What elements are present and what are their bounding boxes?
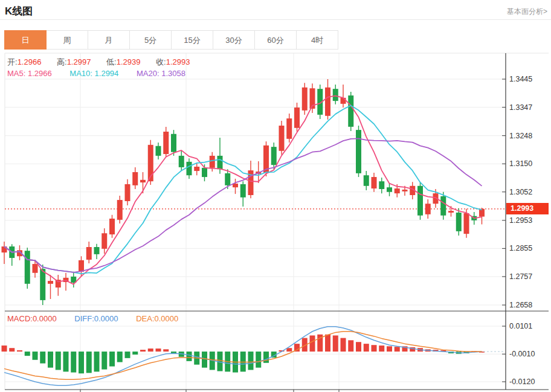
macd-axis-label: -0.0010: [509, 350, 548, 358]
ma10-legend: MA10: 1.2994: [69, 69, 118, 78]
price-axis-label: 1.3052: [509, 188, 548, 196]
macd-axis-label: -0.0120: [509, 378, 548, 386]
price-axis-label: 1.3248: [509, 132, 548, 140]
kline-page: K线图 基本面分析> 日 周 月 5分 15分 30分 60分 4时 开:1.2…: [0, 0, 551, 392]
high-label: 高:: [57, 57, 67, 66]
dea-value-legend: DEA:0.0000: [136, 314, 178, 323]
low-label: 低:: [106, 57, 117, 66]
ma20-legend: MA20: 1.3058: [137, 69, 185, 78]
ma5-legend: MA5: 1.2966: [7, 69, 52, 78]
price-axis-label: 1.2658: [509, 301, 548, 309]
macd-value-legend: MACD:0.0000: [7, 314, 57, 323]
current-price-badge: 1.2993: [506, 203, 549, 214]
price-axis-label: 1.3445: [509, 75, 548, 83]
high-value: 1.2997: [67, 57, 91, 66]
price-axis-label: 1.2953: [509, 216, 548, 225]
price-axis-label: 1.2855: [509, 244, 548, 252]
ma-legend: MA5: 1.2966 MA10: 1.2994 MA20: 1.3058: [7, 69, 201, 78]
low-value: 1.2939: [117, 57, 141, 66]
macd-axis-label: 0.0101: [509, 322, 548, 330]
diff-value-legend: DIFF:0.0000: [74, 314, 118, 323]
price-axis-label: 1.3347: [509, 103, 548, 112]
open-label: 开:: [7, 57, 18, 66]
open-value: 1.2966: [18, 57, 42, 66]
close-value: 1.2993: [166, 57, 190, 66]
price-axis-label: 1.2757: [509, 272, 548, 281]
tab-day[interactable]: 日: [4, 30, 47, 50]
close-label: 收:: [156, 57, 166, 66]
macd-legend: MACD:0.0000 DIFF:0.0000 DEA:0.0000: [7, 314, 194, 323]
price-axis-label: 1.3150: [509, 159, 548, 168]
ohlc-legend: 开:1.2966 高:1.2997 低:1.2939 收:1.2993: [7, 57, 203, 68]
